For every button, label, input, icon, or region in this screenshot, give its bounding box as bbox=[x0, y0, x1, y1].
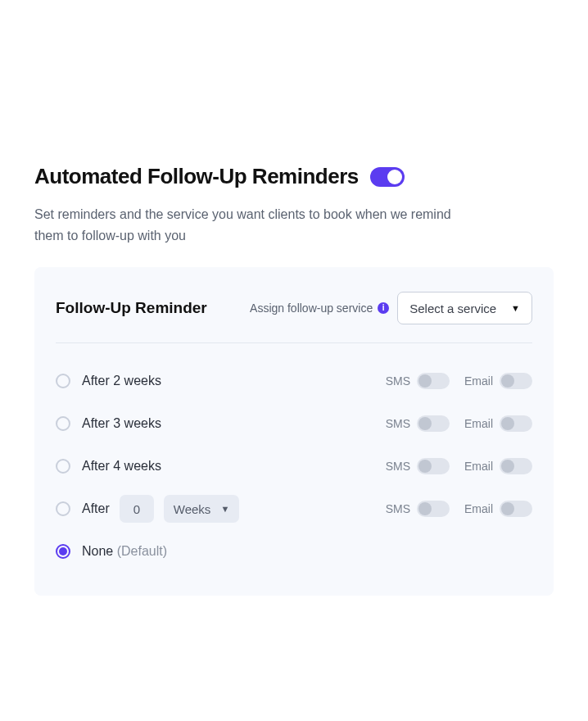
email-toggle[interactable] bbox=[500, 415, 532, 432]
reminder-option: After 3 weeks SMS Email bbox=[56, 402, 532, 445]
radio-after-4-weeks[interactable] bbox=[56, 459, 70, 474]
custom-unit-select[interactable]: Weeks ▼ bbox=[164, 495, 239, 523]
section-title: Follow-Up Reminder bbox=[56, 299, 207, 317]
radio-after-2-weeks[interactable] bbox=[56, 374, 70, 388]
option-label: After 3 weeks bbox=[82, 416, 161, 431]
custom-number-input[interactable]: 0 bbox=[120, 495, 154, 523]
sms-label: SMS bbox=[386, 502, 410, 515]
service-select-placeholder: Select a service bbox=[409, 302, 496, 315]
radio-after-3-weeks[interactable] bbox=[56, 416, 70, 431]
chevron-down-icon: ▼ bbox=[220, 504, 229, 514]
assign-service-label: Assign follow-up service i bbox=[250, 302, 389, 315]
default-tag: (Default) bbox=[117, 544, 167, 558]
reminder-option: After 2 weeks SMS Email bbox=[56, 360, 532, 402]
sms-label: SMS bbox=[386, 417, 410, 430]
reminder-option-custom: After 0 Weeks ▼ SMS Email bbox=[56, 487, 532, 530]
sms-toggle[interactable] bbox=[417, 415, 450, 432]
email-label: Email bbox=[464, 460, 493, 473]
page-subtitle: Set reminders and the service you want c… bbox=[34, 204, 460, 246]
sms-toggle[interactable] bbox=[417, 373, 450, 389]
sms-toggle[interactable] bbox=[417, 458, 450, 474]
email-toggle[interactable] bbox=[500, 458, 532, 474]
chevron-down-icon: ▼ bbox=[511, 303, 520, 313]
reminder-option-none: None (Default) bbox=[56, 530, 532, 573]
reminder-panel: Follow-Up Reminder Assign follow-up serv… bbox=[34, 267, 554, 596]
email-label: Email bbox=[464, 374, 493, 388]
radio-custom[interactable] bbox=[56, 501, 70, 516]
feature-toggle[interactable] bbox=[370, 167, 405, 187]
reminder-option: After 4 weeks SMS Email bbox=[56, 445, 532, 487]
radio-none[interactable] bbox=[56, 544, 70, 559]
sms-label: SMS bbox=[386, 460, 410, 473]
email-label: Email bbox=[464, 502, 493, 515]
toggle-knob bbox=[387, 170, 402, 184]
option-label: After 2 weeks bbox=[82, 374, 161, 388]
email-toggle[interactable] bbox=[500, 373, 532, 389]
email-label: Email bbox=[464, 417, 493, 430]
sms-label: SMS bbox=[386, 374, 410, 388]
service-select[interactable]: Select a service ▼ bbox=[397, 292, 532, 324]
email-toggle[interactable] bbox=[500, 501, 532, 517]
sms-toggle[interactable] bbox=[417, 501, 450, 517]
page-title: Automated Follow-Up Reminders bbox=[34, 164, 359, 189]
info-icon[interactable]: i bbox=[378, 302, 389, 314]
custom-prefix: After bbox=[82, 501, 110, 516]
option-label-none: None (Default) bbox=[82, 544, 167, 559]
option-label: After 4 weeks bbox=[82, 459, 161, 474]
